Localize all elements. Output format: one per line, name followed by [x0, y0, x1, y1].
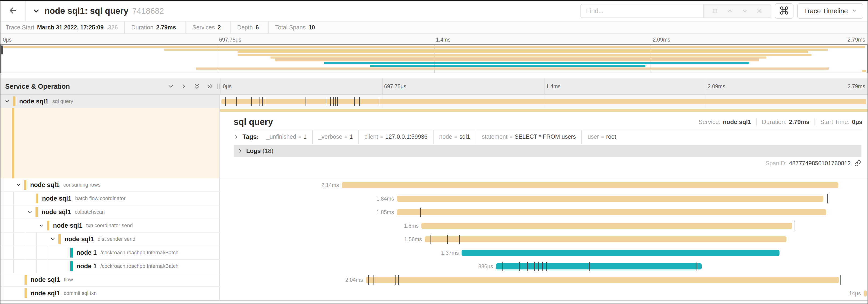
span-service-name: node 1: [76, 263, 97, 270]
prev-result-icon[interactable]: [726, 7, 733, 14]
span-bar-cell[interactable]: 1.84ms: [220, 192, 868, 205]
log-marker: [431, 235, 431, 244]
span-row[interactable]: node sql1flow2.04ms: [0, 273, 868, 287]
span-bar-cell[interactable]: 2.04ms: [220, 273, 868, 287]
span-operation-name: batch flow coordinator: [75, 195, 125, 202]
span-bar-cell[interactable]: 1.56ms: [220, 233, 868, 246]
service-label: Service:: [699, 119, 721, 126]
span-operation-name: dist sender send: [98, 236, 135, 242]
span-row[interactable]: node sql1dist sender send1.56ms: [0, 233, 868, 246]
match-target-icon[interactable]: [712, 8, 718, 14]
column-resize-handle[interactable]: [217, 78, 220, 94]
span-row[interactable]: node sql1txn coordinator send1.6ms: [0, 219, 868, 233]
expand-all-icon[interactable]: [207, 83, 214, 90]
log-marker: [368, 275, 369, 284]
minimap-span-bar: [238, 51, 808, 53]
span-bar-cell[interactable]: 14μs: [220, 287, 868, 300]
span-color-indicator: [70, 248, 73, 258]
tag-item[interactable]: client=127.0.0.1:59936: [359, 130, 434, 144]
tag-item[interactable]: _unfinished=1: [261, 130, 313, 144]
span-tree-cell[interactable]: node 1/cockroach.roachpb.Internal/Batch: [0, 246, 220, 260]
minimap-span-bar: [862, 70, 866, 72]
span-tree-cell[interactable]: node sql1commit sql txn: [0, 287, 220, 300]
span-row[interactable]: node sql1commit sql txn14μs: [0, 287, 868, 300]
log-marker: [333, 97, 334, 106]
tag-item[interactable]: node=sql1: [434, 130, 476, 144]
span-row[interactable]: node sql1colbatchscan1.85ms: [0, 205, 868, 219]
span-tree-cell[interactable]: node sql1flow: [0, 273, 220, 287]
back-button[interactable]: [0, 1, 26, 21]
link-icon[interactable]: [855, 160, 861, 167]
chevron-down-icon[interactable]: [38, 223, 44, 228]
indent-guides: [2, 246, 59, 259]
minimap-gap: [0, 73, 868, 78]
log-marker: [354, 97, 355, 106]
span-bar[interactable]: [221, 99, 866, 104]
indent-guides: [2, 287, 13, 300]
span-tree-cell[interactable]: node sql1consuming rows: [0, 178, 220, 192]
expand-one-icon[interactable]: [180, 83, 187, 90]
tag-item[interactable]: statement=SELECT * FROM users: [476, 130, 582, 144]
clear-search-icon[interactable]: [756, 8, 763, 14]
span-bar[interactable]: [422, 223, 792, 229]
minimap-span-bar: [238, 54, 811, 56]
find-input[interactable]: [581, 4, 703, 18]
span-bar-cell[interactable]: 1.37ms: [220, 246, 868, 260]
span-bar-cell[interactable]: [220, 95, 868, 108]
span-bar-cell[interactable]: 2.14ms: [220, 178, 868, 192]
span-bar-cell[interactable]: 1.85ms: [220, 205, 868, 219]
span-tree-cell[interactable]: node 1/cockroach.roachpb.Internal/Batch: [0, 260, 220, 273]
span-tree-cell[interactable]: node sql1batch flow coordinator: [0, 192, 220, 205]
chevron-down-icon[interactable]: [4, 98, 10, 104]
span-tree-cell[interactable]: node sql1colbatchscan: [0, 205, 220, 219]
span-row[interactable]: node sql1consuming rows2.14ms: [0, 178, 868, 192]
span-service-name: node sql1: [42, 195, 71, 202]
logs-row[interactable]: Logs (18): [234, 145, 862, 157]
span-duration-label: 1.6ms: [404, 219, 418, 233]
collapse-all-icon[interactable]: [193, 83, 200, 90]
next-result-icon[interactable]: [741, 7, 748, 14]
span-bar[interactable]: [342, 182, 838, 188]
service-operation-header: Service & Operation: [0, 78, 217, 94]
trace-metadata-bar: Trace StartMarch 31 2022, 17:25:09.326Du…: [0, 22, 868, 34]
chevron-down-icon[interactable]: [50, 236, 56, 242]
span-bar-cell[interactable]: 1.6ms: [220, 219, 868, 233]
span-bar[interactable]: [864, 291, 867, 297]
span-tree-cell[interactable]: node sql1 sql query: [0, 95, 220, 108]
timeline-bottom-border: [0, 300, 868, 304]
span-service-name: node sql1: [53, 222, 83, 229]
trace-minimap[interactable]: [0, 44, 868, 73]
span-tree-cell[interactable]: node sql1txn coordinator send: [0, 219, 220, 233]
keyboard-shortcuts-button[interactable]: [775, 3, 794, 19]
view-selector-button[interactable]: Trace Timeline: [797, 3, 863, 19]
duration-label: Duration:: [762, 119, 787, 126]
start-time-label: Start Time:: [820, 119, 849, 126]
tag-item[interactable]: user=root: [582, 130, 622, 144]
span-service-name: node 1: [76, 249, 97, 257]
minimap-span-bar: [370, 65, 645, 67]
span-bar[interactable]: [397, 196, 824, 202]
log-marker: [546, 262, 547, 271]
span-row[interactable]: node 1/cockroach.roachpb.Internal/Batch1…: [0, 246, 868, 260]
indent-guides: [2, 260, 59, 273]
trace-title-group[interactable]: node sql1: sql query 7418682: [32, 6, 164, 16]
span-tree-cell[interactable]: node sql1dist sender send: [0, 233, 220, 246]
span-row[interactable]: node 1/cockroach.roachpb.Internal/Batch8…: [0, 260, 868, 273]
chevron-down-icon[interactable]: [16, 182, 21, 188]
collapse-one-icon[interactable]: [167, 83, 174, 90]
span-row[interactable]: node sql1 sql query: [0, 95, 868, 108]
log-marker: [251, 97, 252, 106]
span-color-indicator: [25, 275, 27, 284]
chevron-down-icon[interactable]: [27, 209, 33, 215]
span-duration-label: 2.14ms: [321, 178, 339, 192]
span-bar[interactable]: [397, 209, 826, 215]
tag-item[interactable]: _verbose=1: [313, 130, 359, 144]
minimap-span-bar: [164, 48, 828, 50]
logs-count: (18): [262, 147, 273, 155]
span-bar[interactable]: [425, 236, 787, 242]
tags-row[interactable]: Tags: _unfinished=1_verbose=1client=127.…: [234, 130, 862, 144]
span-bar-cell[interactable]: 886μs: [220, 260, 868, 273]
span-bar[interactable]: [366, 277, 839, 283]
span-bar[interactable]: [462, 250, 779, 256]
span-row[interactable]: node sql1batch flow coordinator1.84ms: [0, 192, 868, 205]
